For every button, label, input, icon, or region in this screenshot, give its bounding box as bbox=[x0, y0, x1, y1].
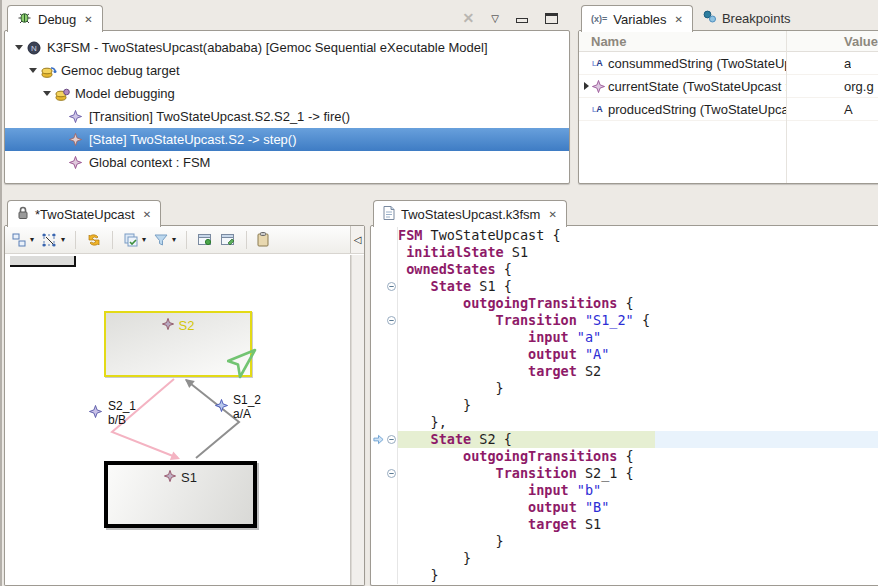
code-line[interactable]: }, bbox=[371, 414, 878, 431]
code-editor: TwoStatesUpcast.k3fsm ✕ FSM TwoStateUpca… bbox=[370, 197, 878, 586]
close-icon[interactable]: ✕ bbox=[143, 209, 151, 220]
engine-icon: N bbox=[27, 41, 45, 55]
fold-minus-icon[interactable] bbox=[385, 312, 398, 329]
code-line[interactable]: } bbox=[371, 380, 878, 397]
partial-state-box[interactable] bbox=[10, 256, 76, 267]
diagram-canvas[interactable]: S2 S1 S2_1 b/B S1_2 a/A bbox=[5, 255, 351, 585]
code-line[interactable]: FSM TwoStateUpcast { bbox=[371, 227, 878, 244]
fold-minus-icon[interactable] bbox=[385, 278, 398, 295]
column-divider[interactable] bbox=[786, 31, 787, 183]
code-line[interactable]: target S1 bbox=[371, 516, 878, 533]
variables-row[interactable]: currentState (TwoStateUpcast :org.g bbox=[579, 75, 878, 98]
tab-debug[interactable]: Debug ✕ bbox=[7, 5, 103, 32]
view-menu-icon[interactable]: ▽ bbox=[491, 13, 499, 24]
code-line[interactable]: } bbox=[371, 397, 878, 414]
refresh-button[interactable] bbox=[86, 232, 102, 248]
edit-properties-button[interactable] bbox=[220, 232, 236, 247]
annotation-ruler bbox=[371, 397, 385, 414]
code-line[interactable]: input "a" bbox=[371, 329, 878, 346]
diagram-editor-content: ▾ ▾ ▾ ▾ bbox=[4, 225, 365, 586]
tree-item-label: [Transition] TwoStateUpcast.S2.S2_1 -> f… bbox=[89, 109, 350, 124]
code-line[interactable]: } bbox=[371, 533, 878, 550]
fold-minus-icon[interactable] bbox=[385, 431, 398, 448]
debug-tree-item[interactable]: Gemoc debug target bbox=[5, 59, 569, 82]
debug-view: Debug ✕ ✕ ▽ NK3FSM - TwoStatesUpcast(aba… bbox=[4, 2, 570, 184]
code-text: outgoingTransitions { bbox=[398, 448, 878, 465]
chevron-down-icon[interactable]: ▾ bbox=[61, 235, 65, 244]
code-line[interactable]: initialState S1 bbox=[371, 244, 878, 261]
fold-ruler bbox=[385, 516, 398, 533]
close-icon[interactable]: ✕ bbox=[84, 14, 92, 25]
debug-tree-item[interactable]: NK3FSM - TwoStatesUpcast(abababa) [Gemoc… bbox=[5, 36, 569, 59]
expand-arrow-icon[interactable] bbox=[581, 82, 592, 90]
show-properties-button[interactable] bbox=[197, 232, 213, 247]
code-line[interactable]: ownedStates { bbox=[371, 261, 878, 278]
attribute-icon: LA bbox=[592, 59, 608, 68]
diagram-editor: *TwoStateUpcast ✕ ▾ ▾ ▾ bbox=[4, 197, 365, 586]
tab-code[interactable]: TwoStatesUpcast.k3fsm ✕ bbox=[373, 200, 567, 227]
annotation-ruler bbox=[371, 448, 385, 465]
minimize-icon[interactable] bbox=[516, 18, 528, 23]
tab-diagram[interactable]: *TwoStateUpcast ✕ bbox=[7, 200, 161, 227]
code-line[interactable]: Transition S2_1 { bbox=[371, 465, 878, 482]
fold-ruler bbox=[385, 329, 398, 346]
selection-mode-button[interactable]: ▾ bbox=[41, 232, 65, 248]
variables-row[interactable]: LAproducedString (TwoStateUpcasA bbox=[579, 98, 878, 121]
maximize-icon[interactable] bbox=[545, 13, 558, 24]
transition-label-s2_1[interactable]: S2_1 b/B bbox=[89, 399, 136, 427]
filters-button[interactable]: ▾ bbox=[153, 232, 176, 248]
code-line[interactable]: } bbox=[371, 567, 878, 584]
code-line[interactable]: input "b" bbox=[371, 482, 878, 499]
code-line[interactable]: } bbox=[371, 550, 878, 567]
toolbar-separator bbox=[246, 231, 247, 249]
execution-cursor-icon bbox=[227, 348, 257, 383]
layers-button[interactable]: ▾ bbox=[123, 232, 146, 248]
code-line[interactable]: outgoingTransitions { bbox=[371, 448, 878, 465]
debug-tree-item[interactable]: [State] TwoStateUpcast.S2 -> step() bbox=[5, 128, 569, 151]
remove-terminated-icon[interactable]: ✕ bbox=[463, 10, 475, 26]
debug-tree-item[interactable]: [Transition] TwoStateUpcast.S2.S2_1 -> f… bbox=[5, 105, 569, 128]
code-text: Transition "S1_2" { bbox=[398, 312, 878, 329]
close-icon[interactable]: ✕ bbox=[675, 14, 683, 25]
column-header-value[interactable]: Value bbox=[786, 34, 878, 49]
debug-tree-item[interactable]: Model debugging bbox=[5, 82, 569, 105]
code-text: } bbox=[398, 550, 878, 567]
state-sparkle-icon bbox=[162, 318, 174, 333]
code-text: } bbox=[398, 380, 878, 397]
transition-label-s1_2[interactable]: S1_2 a/A bbox=[215, 393, 261, 421]
column-header-name[interactable]: Name bbox=[579, 34, 786, 49]
annotation-ruler bbox=[371, 550, 385, 567]
tab-breakpoints[interactable]: Breakpoints bbox=[693, 5, 801, 31]
variables-tabbar: (x)= Variables ✕ Breakpoints bbox=[581, 3, 878, 31]
chevron-down-icon[interactable]: ▾ bbox=[30, 235, 34, 244]
diagram-elements-button[interactable]: ▾ bbox=[11, 232, 34, 248]
fold-ruler bbox=[385, 482, 398, 499]
tab-breakpoints-label: Breakpoints bbox=[722, 11, 791, 26]
tab-variables[interactable]: (x)= Variables ✕ bbox=[581, 5, 693, 32]
code-line[interactable]: Transition "S1_2" { bbox=[371, 312, 878, 329]
code-line[interactable]: State S1 { bbox=[371, 278, 878, 295]
state-node-s1[interactable]: S1 bbox=[104, 461, 257, 528]
collapse-palette-button[interactable]: ◁ bbox=[350, 226, 364, 253]
chevron-down-icon[interactable]: ▾ bbox=[172, 235, 176, 244]
code-line[interactable]: target S2 bbox=[371, 363, 878, 380]
reference-icon bbox=[592, 80, 608, 93]
expand-arrow-icon[interactable] bbox=[39, 91, 55, 96]
code-line[interactable]: State S2 { bbox=[371, 431, 878, 448]
code-line[interactable]: output "B" bbox=[371, 499, 878, 516]
debug-tree-item[interactable]: Global context : FSM bbox=[5, 151, 569, 174]
fold-minus-icon[interactable] bbox=[385, 465, 398, 482]
toolbar-separator bbox=[112, 231, 113, 249]
code-editor-content[interactable]: FSM TwoStateUpcast { initialState S1 own… bbox=[370, 225, 878, 586]
close-icon[interactable]: ✕ bbox=[548, 209, 556, 220]
code-line[interactable]: outgoingTransitions { bbox=[371, 295, 878, 312]
expand-arrow-icon[interactable] bbox=[11, 45, 27, 50]
variable-name: consummedString (TwoStateUpc bbox=[608, 56, 786, 71]
code-line[interactable]: output "A" bbox=[371, 346, 878, 363]
diagram-scrollbar[interactable] bbox=[351, 255, 364, 585]
expand-arrow-icon[interactable] bbox=[25, 68, 41, 73]
clipboard-button[interactable] bbox=[257, 232, 269, 247]
variables-row[interactable]: LAconsummedString (TwoStateUpca bbox=[579, 52, 878, 75]
chevron-down-icon[interactable]: ▾ bbox=[142, 235, 146, 244]
context-icon bbox=[69, 156, 87, 169]
